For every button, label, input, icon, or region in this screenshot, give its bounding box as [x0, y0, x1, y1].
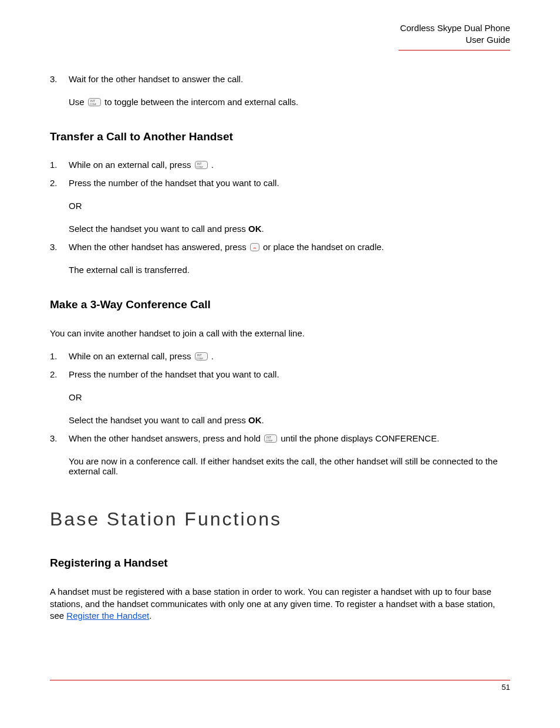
list-body: Press the number of the handset that you… [69, 369, 510, 425]
text-fragment: . [149, 611, 151, 621]
page-footer: 51 [50, 680, 510, 692]
heading-conference: Make a 3-Way Conference Call [50, 298, 510, 311]
list-body: When the other handset answers, press an… [69, 433, 510, 476]
text-fragment: until the phone displays CONFERENCE. [278, 433, 439, 443]
text-fragment: Select the handset you want to call and … [69, 224, 248, 234]
hangup-button-icon [250, 243, 259, 251]
list-subtext: Use to toggle between the intercom and e… [69, 97, 510, 107]
list-number: 3. [50, 433, 69, 476]
list-subtext: The external call is transferred. [69, 265, 510, 275]
section-title-base: Base Station Functions [50, 508, 510, 530]
list-item-3-wait: 3. Wait for the other handset to answer … [50, 74, 510, 107]
list-body: Wait for the other handset to answer the… [69, 74, 510, 107]
or-text: OR [69, 392, 510, 402]
text-fragment: to toggle between the intercom and exter… [102, 97, 298, 107]
int-conf-button-icon [88, 98, 101, 106]
header-line-1: Cordless Skype Dual Phone [381, 22, 510, 34]
conf-step-3: 3. When the other handset answers, press… [50, 433, 510, 476]
list-number: 2. [50, 369, 69, 425]
int-conf-button-icon [195, 161, 208, 169]
select-text: Select the handset you want to call and … [69, 224, 510, 234]
heading-registering: Registering a Handset [50, 557, 510, 569]
list-number: 3. [50, 242, 69, 275]
text-fragment: . [209, 160, 214, 170]
footer-rule [50, 680, 510, 680]
heading-transfer: Transfer a Call to Another Handset [50, 130, 510, 143]
list-text: Press the number of the handset that you… [69, 178, 510, 188]
transfer-step-3: 3. When the other handset has answered, … [50, 242, 510, 275]
list-text: When the other handset answers, press an… [69, 433, 510, 443]
list-body: While on an external call, press . [69, 160, 510, 170]
list-text: Wait for the other handset to answer the… [69, 74, 510, 84]
text-fragment: Use [69, 97, 87, 107]
register-handset-link[interactable]: Register the Handset [66, 611, 149, 621]
or-text: OR [69, 201, 510, 211]
list-number: 2. [50, 178, 69, 234]
text-fragment: While on an external call, press [69, 351, 194, 361]
conf-step-1: 1. While on an external call, press . [50, 351, 510, 361]
text-fragment: When the other handset has answered, pre… [69, 242, 249, 252]
transfer-step-1: 1. While on an external call, press . [50, 160, 510, 170]
conference-intro: You can invite another handset to join a… [50, 328, 510, 339]
text-fragment: . [262, 415, 264, 425]
int-conf-button-icon [195, 352, 208, 360]
transfer-step-2: 2. Press the number of the handset that … [50, 178, 510, 234]
text-fragment: When the other handset answers, press an… [69, 433, 263, 443]
page-number: 51 [50, 683, 510, 692]
select-text: Select the handset you want to call and … [69, 415, 510, 425]
document-header: Cordless Skype Dual Phone User Guide [381, 22, 510, 45]
list-body: While on an external call, press . [69, 351, 510, 361]
text-fragment: . [262, 224, 264, 234]
text-fragment: Select the handset you want to call and … [69, 415, 248, 425]
conf-step-2: 2. Press the number of the handset that … [50, 369, 510, 425]
header-line-2: User Guide [381, 34, 510, 46]
int-conf-button-icon [264, 434, 277, 443]
list-body: When the other handset has answered, pre… [69, 242, 510, 275]
list-body: Press the number of the handset that you… [69, 178, 510, 234]
text-fragment: or place the handset on cradle. [261, 242, 384, 252]
header-rule [399, 50, 510, 50]
text-fragment: . [209, 351, 214, 361]
list-subtext: You are now in a conference call. If eit… [69, 456, 510, 476]
list-text: Press the number of the handset that you… [69, 369, 510, 379]
list-number: 1. [50, 351, 69, 361]
list-number: 1. [50, 160, 69, 170]
text-fragment: While on an external call, press [69, 160, 194, 170]
ok-label: OK [248, 415, 262, 425]
registering-para: A handset must be registered with a base… [50, 586, 510, 622]
list-text: When the other handset has answered, pre… [69, 242, 510, 252]
ok-label: OK [248, 224, 262, 234]
list-number: 3. [50, 74, 69, 107]
